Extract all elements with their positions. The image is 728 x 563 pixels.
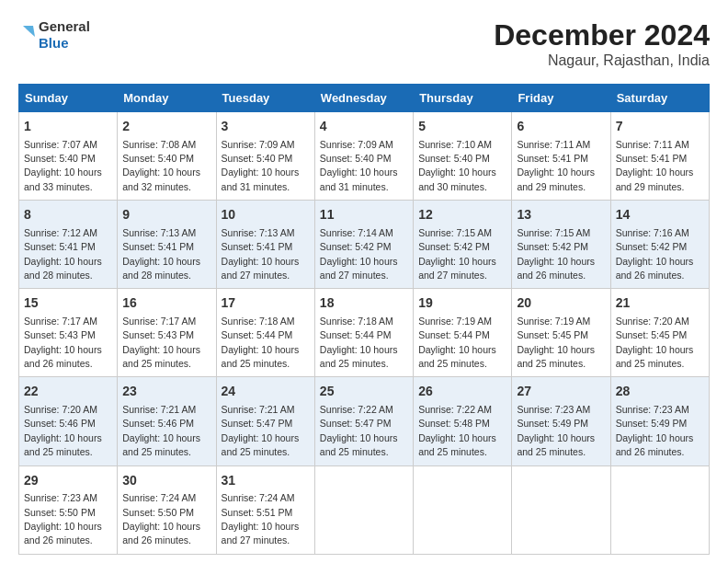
- day-info: Sunrise: 7:09 AMSunset: 5:40 PMDaylight:…: [222, 139, 300, 192]
- title-block: December 2024 Nagaur, Rajasthan, India: [494, 18, 710, 69]
- day-info: Sunrise: 7:09 AMSunset: 5:40 PMDaylight:…: [320, 139, 398, 192]
- day-info: Sunrise: 7:22 AMSunset: 5:47 PMDaylight:…: [320, 404, 398, 457]
- calendar-cell: 29 Sunrise: 7:23 AMSunset: 5:50 PMDaylig…: [19, 465, 118, 554]
- day-info: Sunrise: 7:11 AMSunset: 5:41 PMDaylight:…: [616, 139, 694, 192]
- day-info: Sunrise: 7:20 AMSunset: 5:45 PMDaylight:…: [616, 316, 694, 369]
- day-info: Sunrise: 7:20 AMSunset: 5:46 PMDaylight:…: [24, 404, 102, 457]
- day-number: 21: [616, 294, 704, 313]
- calendar-cell: 5 Sunrise: 7:10 AMSunset: 5:40 PMDayligh…: [414, 112, 512, 201]
- calendar-cell: 19 Sunrise: 7:19 AMSunset: 5:44 PMDaylig…: [414, 289, 512, 377]
- calendar-cell: 21 Sunrise: 7:20 AMSunset: 5:45 PMDaylig…: [610, 289, 709, 377]
- day-number: 24: [222, 383, 310, 401]
- column-header-tuesday: Tuesday: [216, 85, 314, 112]
- calendar-cell: 16 Sunrise: 7:17 AMSunset: 5:43 PMDaylig…: [118, 289, 216, 377]
- calendar-cell: 13 Sunrise: 7:15 AMSunset: 5:42 PMDaylig…: [512, 201, 610, 289]
- day-number: 2: [122, 118, 210, 136]
- calendar-cell: 18 Sunrise: 7:18 AMSunset: 5:44 PMDaylig…: [314, 289, 413, 377]
- calendar-cell: 27 Sunrise: 7:23 AMSunset: 5:49 PMDaylig…: [512, 377, 610, 465]
- column-header-sunday: Sunday: [19, 85, 118, 112]
- day-number: 29: [24, 472, 112, 490]
- day-info: Sunrise: 7:22 AMSunset: 5:48 PMDaylight:…: [418, 404, 496, 457]
- day-info: Sunrise: 7:23 AMSunset: 5:50 PMDaylight:…: [24, 492, 102, 546]
- day-number: 11: [320, 206, 408, 224]
- day-info: Sunrise: 7:21 AMSunset: 5:46 PMDaylight:…: [122, 404, 200, 457]
- logo-line2: Blue: [39, 35, 90, 52]
- day-info: Sunrise: 7:10 AMSunset: 5:40 PMDaylight:…: [418, 139, 496, 192]
- day-info: Sunrise: 7:13 AMSunset: 5:41 PMDaylight:…: [222, 227, 300, 281]
- day-info: Sunrise: 7:08 AMSunset: 5:40 PMDaylight:…: [122, 139, 200, 192]
- day-number: 5: [418, 118, 506, 136]
- logo: General Blue: [18, 18, 90, 52]
- day-info: Sunrise: 7:15 AMSunset: 5:42 PMDaylight:…: [418, 227, 496, 281]
- day-info: Sunrise: 7:12 AMSunset: 5:41 PMDaylight:…: [24, 227, 102, 281]
- day-number: 1: [24, 118, 112, 136]
- week-row-4: 22 Sunrise: 7:20 AMSunset: 5:46 PMDaylig…: [19, 377, 710, 465]
- day-number: 28: [616, 383, 704, 401]
- day-info: Sunrise: 7:19 AMSunset: 5:44 PMDaylight:…: [418, 316, 496, 369]
- page-subtitle: Nagaur, Rajasthan, India: [494, 52, 710, 69]
- calendar-cell: 2 Sunrise: 7:08 AMSunset: 5:40 PMDayligh…: [118, 112, 216, 201]
- day-number: 9: [122, 206, 210, 224]
- calendar-cell: 31 Sunrise: 7:24 AMSunset: 5:51 PMDaylig…: [216, 465, 314, 554]
- calendar-cell: 12 Sunrise: 7:15 AMSunset: 5:42 PMDaylig…: [414, 201, 512, 289]
- calendar-cell: 7 Sunrise: 7:11 AMSunset: 5:41 PMDayligh…: [610, 112, 709, 201]
- day-number: 3: [222, 118, 310, 136]
- column-header-saturday: Saturday: [610, 85, 709, 112]
- week-row-3: 15 Sunrise: 7:17 AMSunset: 5:43 PMDaylig…: [19, 289, 710, 377]
- calendar-cell: 3 Sunrise: 7:09 AMSunset: 5:40 PMDayligh…: [216, 112, 314, 201]
- week-row-1: 1 Sunrise: 7:07 AMSunset: 5:40 PMDayligh…: [19, 112, 710, 201]
- day-number: 27: [517, 383, 605, 401]
- column-header-monday: Monday: [118, 85, 216, 112]
- day-info: Sunrise: 7:11 AMSunset: 5:41 PMDaylight:…: [517, 139, 595, 192]
- day-info: Sunrise: 7:19 AMSunset: 5:45 PMDaylight:…: [517, 316, 595, 369]
- calendar-cell: 28 Sunrise: 7:23 AMSunset: 5:49 PMDaylig…: [610, 377, 709, 465]
- week-row-5: 29 Sunrise: 7:23 AMSunset: 5:50 PMDaylig…: [19, 465, 710, 554]
- calendar-cell: 23 Sunrise: 7:21 AMSunset: 5:46 PMDaylig…: [118, 377, 216, 465]
- calendar-cell: 4 Sunrise: 7:09 AMSunset: 5:40 PMDayligh…: [314, 112, 413, 201]
- day-number: 12: [418, 206, 506, 224]
- calendar-cell: 24 Sunrise: 7:21 AMSunset: 5:47 PMDaylig…: [216, 377, 314, 465]
- day-info: Sunrise: 7:24 AMSunset: 5:50 PMDaylight:…: [122, 492, 200, 546]
- page-header: General Blue December 2024 Nagaur, Rajas…: [18, 18, 710, 69]
- column-header-wednesday: Wednesday: [314, 85, 413, 112]
- calendar-cell: 25 Sunrise: 7:22 AMSunset: 5:47 PMDaylig…: [314, 377, 413, 465]
- calendar-header-row: SundayMondayTuesdayWednesdayThursdayFrid…: [19, 85, 710, 112]
- day-number: 17: [222, 294, 310, 313]
- day-number: 26: [418, 383, 506, 401]
- svg-marker-1: [23, 26, 35, 37]
- day-number: 25: [320, 383, 408, 401]
- day-info: Sunrise: 7:16 AMSunset: 5:42 PMDaylight:…: [616, 227, 694, 281]
- calendar-cell: 15 Sunrise: 7:17 AMSunset: 5:43 PMDaylig…: [19, 289, 118, 377]
- day-number: 8: [24, 206, 112, 224]
- day-info: Sunrise: 7:17 AMSunset: 5:43 PMDaylight:…: [24, 316, 102, 369]
- calendar-cell: 30 Sunrise: 7:24 AMSunset: 5:50 PMDaylig…: [118, 465, 216, 554]
- calendar-cell: [314, 465, 413, 554]
- calendar-cell: 22 Sunrise: 7:20 AMSunset: 5:46 PMDaylig…: [19, 377, 118, 465]
- logo-text-block: General Blue: [18, 18, 90, 52]
- week-row-2: 8 Sunrise: 7:12 AMSunset: 5:41 PMDayligh…: [19, 201, 710, 289]
- calendar-cell: [610, 465, 709, 554]
- day-number: 22: [24, 383, 112, 401]
- day-info: Sunrise: 7:21 AMSunset: 5:47 PMDaylight:…: [222, 404, 300, 457]
- day-number: 23: [122, 383, 210, 401]
- column-header-thursday: Thursday: [414, 85, 512, 112]
- calendar-cell: 10 Sunrise: 7:13 AMSunset: 5:41 PMDaylig…: [216, 201, 314, 289]
- calendar-cell: 11 Sunrise: 7:14 AMSunset: 5:42 PMDaylig…: [314, 201, 413, 289]
- day-number: 6: [517, 118, 605, 136]
- day-info: Sunrise: 7:23 AMSunset: 5:49 PMDaylight:…: [616, 404, 694, 457]
- calendar-table: SundayMondayTuesdayWednesdayThursdayFrid…: [18, 84, 710, 555]
- logo-line1: General: [39, 18, 90, 35]
- day-number: 14: [616, 206, 704, 224]
- calendar-cell: [512, 465, 610, 554]
- day-info: Sunrise: 7:24 AMSunset: 5:51 PMDaylight:…: [222, 492, 300, 546]
- day-number: 19: [418, 294, 506, 313]
- calendar-cell: 26 Sunrise: 7:22 AMSunset: 5:48 PMDaylig…: [414, 377, 512, 465]
- day-info: Sunrise: 7:18 AMSunset: 5:44 PMDaylight:…: [222, 316, 300, 369]
- day-info: Sunrise: 7:17 AMSunset: 5:43 PMDaylight:…: [122, 316, 200, 369]
- page-title: December 2024: [494, 18, 710, 52]
- day-number: 16: [122, 294, 210, 313]
- day-number: 18: [320, 294, 408, 313]
- day-number: 30: [122, 472, 210, 490]
- day-number: 10: [222, 206, 310, 224]
- day-info: Sunrise: 7:07 AMSunset: 5:40 PMDaylight:…: [24, 139, 102, 192]
